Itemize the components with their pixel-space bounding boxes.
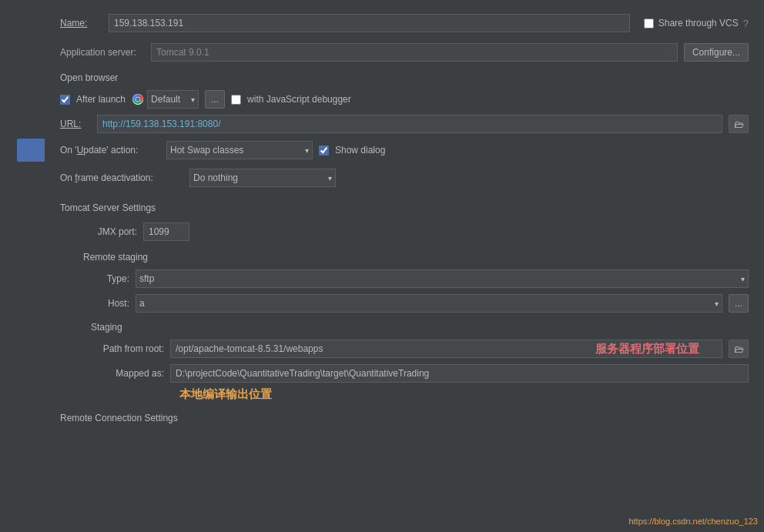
app-server-label: Application server:	[60, 47, 145, 58]
update-action-select-wrapper[interactable]: Hot Swap classes Restart server Update c…	[166, 141, 313, 159]
staging-title: Staging	[91, 322, 749, 333]
tab-active[interactable]	[17, 139, 45, 162]
open-browser-row: After launch Default ... with JavaScript…	[60, 87, 749, 112]
name-row: Name: Share through VCS ?	[60, 0, 749, 40]
url-input[interactable]	[97, 115, 722, 133]
tomcat-section: Tomcat Server Settings JMX port:	[60, 202, 749, 244]
mapped-annotation: 本地编译输出位置	[179, 387, 272, 400]
browser-select-wrapper[interactable]: Default	[132, 90, 199, 109]
name-input[interactable]	[109, 14, 630, 32]
host-select-wrapper[interactable]: a	[136, 294, 722, 313]
help-icon[interactable]: ?	[743, 18, 749, 29]
left-tab-panel	[0, 0, 45, 532]
url-row: URL: 🗁	[60, 112, 749, 136]
remote-conn-title: Remote Connection Settings	[60, 413, 749, 423]
chrome-icon	[132, 93, 144, 105]
url-label: URL:	[60, 119, 91, 129]
show-dialog-label: Show dialog	[335, 145, 385, 156]
type-label: Type:	[91, 273, 129, 284]
frame-action-select[interactable]: Do nothing Hot Swap classes Update class…	[189, 169, 336, 187]
after-launch-label: After launch	[76, 94, 126, 105]
type-row: Type: sftp	[60, 266, 749, 291]
mapped-row: Mapped as:	[60, 361, 749, 386]
frame-action-select-wrapper[interactable]: Do nothing Hot Swap classes Update class…	[189, 169, 336, 187]
name-label: Name:	[60, 18, 102, 28]
remote-staging-title: Remote staging	[83, 252, 749, 263]
path-row: Path from root: 服务器程序部署位置 🗁	[60, 336, 749, 361]
host-select[interactable]: a	[136, 294, 722, 313]
svg-point-2	[136, 98, 140, 102]
browser-select[interactable]: Default	[147, 90, 199, 109]
host-row: Host: a ...	[60, 291, 749, 316]
share-vcs-checkbox[interactable]	[644, 18, 654, 28]
type-select-wrapper[interactable]: sftp	[136, 269, 749, 288]
host-label: Host:	[91, 298, 129, 309]
on-frame-label: On frame deactivation:	[60, 172, 183, 183]
mapped-input-wrapper	[170, 364, 749, 383]
watermark: https://blog.csdn.net/chenzuo_123	[628, 517, 758, 526]
configure-button[interactable]: Configure...	[684, 43, 749, 62]
on-update-label: On 'Update' action:	[60, 145, 160, 156]
browser-dots-button[interactable]: ...	[205, 90, 225, 109]
host-dots-button[interactable]: ...	[729, 294, 749, 313]
app-server-row: Application server: Configure...	[60, 40, 749, 65]
mapped-input[interactable]	[170, 364, 749, 383]
content-area: Name: Share through VCS ? Application se…	[45, 0, 764, 532]
on-update-row: On 'Update' action: Hot Swap classes Res…	[60, 136, 749, 164]
path-input-wrapper: 服务器程序部署位置	[170, 340, 722, 358]
type-select[interactable]: sftp	[136, 269, 749, 288]
jmx-row: JMX port:	[60, 219, 749, 244]
js-debugger-label: with JavaScript debugger	[247, 94, 351, 105]
open-browser-title: Open browser	[60, 72, 749, 83]
after-launch-checkbox[interactable]	[60, 95, 70, 105]
js-debugger-checkbox[interactable]	[231, 95, 241, 105]
jmx-label: JMX port:	[75, 226, 137, 237]
mapped-annotation-row: 本地编译输出位置	[60, 387, 749, 402]
update-action-select[interactable]: Hot Swap classes Restart server Update c…	[166, 141, 313, 159]
path-input[interactable]	[170, 340, 722, 358]
tomcat-title: Tomcat Server Settings	[60, 202, 749, 213]
jmx-input[interactable]	[143, 223, 189, 241]
app-server-input[interactable]	[151, 43, 678, 62]
on-frame-row: On frame deactivation: Do nothing Hot Sw…	[60, 164, 749, 192]
show-dialog-checkbox[interactable]	[319, 146, 329, 156]
mapped-label: Mapped as:	[91, 368, 164, 379]
path-label: Path from root:	[91, 343, 164, 354]
share-vcs-label: Share through VCS	[658, 18, 739, 28]
path-folder-button[interactable]: 🗁	[729, 340, 749, 358]
url-folder-button[interactable]: 🗁	[729, 115, 749, 133]
